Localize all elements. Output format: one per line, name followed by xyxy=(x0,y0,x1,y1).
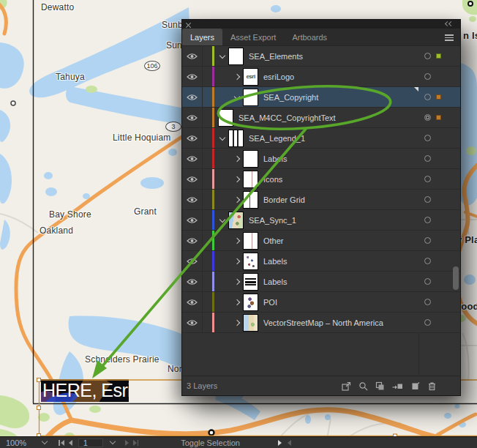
target-circle-icon[interactable] xyxy=(424,217,431,223)
layer-thumbnail[interactable] xyxy=(243,232,258,250)
layer-name[interactable]: Labels xyxy=(263,154,287,163)
visibility-toggle[interactable] xyxy=(182,231,203,250)
target-circle-icon[interactable] xyxy=(424,196,431,203)
layer-thumbnail[interactable] xyxy=(243,294,258,311)
layer-name[interactable]: SEA_M4CC_CopyrightText xyxy=(238,113,336,122)
chevron-right-icon[interactable] xyxy=(234,237,240,243)
layer-row-icons[interactable]: Icons xyxy=(182,169,460,190)
visibility-toggle[interactable] xyxy=(182,190,203,209)
visibility-toggle[interactable] xyxy=(182,128,203,148)
layer-row-sea-copyright[interactable]: SEA_Copyright xyxy=(182,87,460,108)
delete-selection-icon[interactable] xyxy=(427,381,437,391)
layer-thumbnail[interactable] xyxy=(243,273,258,291)
layer-name[interactable]: SEA_Copyright xyxy=(263,93,318,102)
target-circle-icon[interactable] xyxy=(424,73,431,80)
layer-row-border-grid[interactable]: Border Grid xyxy=(182,190,460,210)
layer-row-sea-m4cc-copyrighttext[interactable]: SEA_M4CC_CopyrightText xyxy=(182,108,460,128)
layer-thumbnail[interactable]: esri xyxy=(243,68,258,86)
visibility-toggle[interactable] xyxy=(182,292,203,312)
chevron-right-icon[interactable] xyxy=(234,299,240,305)
layer-thumbnail[interactable] xyxy=(228,48,244,65)
layer-name[interactable]: SEA_Sync_1 xyxy=(249,216,296,225)
locate-object-icon[interactable] xyxy=(358,381,368,391)
chevron-down-icon[interactable] xyxy=(219,52,225,58)
chevron-right-icon[interactable] xyxy=(234,258,240,264)
chevron-right-icon[interactable] xyxy=(234,278,240,284)
layer-row-vectorstreetmap[interactable]: VectorStreetMap – North America xyxy=(182,313,460,333)
layer-thumbnail[interactable] xyxy=(228,212,244,229)
visibility-toggle[interactable] xyxy=(182,149,203,168)
chevron-down-icon[interactable] xyxy=(219,134,225,140)
layer-thumbnail[interactable] xyxy=(243,314,258,332)
target-circle-icon[interactable] xyxy=(424,237,431,244)
layer-row-esrilogo[interactable]: esri esriLogo xyxy=(182,67,460,87)
status-bar-mode-label[interactable]: Toggle Selection xyxy=(181,438,240,447)
close-icon[interactable] xyxy=(186,22,191,27)
clipping-mask-icon[interactable] xyxy=(375,381,385,391)
visibility-toggle[interactable] xyxy=(182,251,203,271)
layer-row-sea-legend[interactable]: SEA_Legend_1 xyxy=(182,128,460,149)
target-circle-icon[interactable] xyxy=(424,94,431,100)
visibility-toggle[interactable] xyxy=(182,272,203,291)
layer-row-sea-elements[interactable]: SEA_Elements xyxy=(182,46,460,67)
layer-name[interactable]: VectorStreetMap – North America xyxy=(263,318,383,327)
visibility-toggle[interactable] xyxy=(182,210,203,230)
panel-header[interactable] xyxy=(182,20,460,29)
layer-thumbnail[interactable] xyxy=(243,150,258,168)
visibility-toggle[interactable] xyxy=(182,46,203,66)
layer-name[interactable]: Other xyxy=(263,236,284,245)
target-circle-icon[interactable] xyxy=(424,278,431,285)
target-circle-icon[interactable] xyxy=(424,319,431,326)
layer-name[interactable]: SEA_Elements xyxy=(249,52,303,61)
layer-thumbnail[interactable] xyxy=(243,191,258,209)
layer-name[interactable]: esriLogo xyxy=(263,72,294,81)
layer-name[interactable]: SEA_Legend_1 xyxy=(249,134,305,143)
target-circle-icon[interactable] xyxy=(424,114,431,121)
chevron-down-icon[interactable] xyxy=(219,216,225,222)
zoom-level[interactable]: 100% xyxy=(6,438,26,447)
zoom-dropdown-chevron-icon[interactable] xyxy=(42,438,48,444)
layer-thumbnail[interactable] xyxy=(243,171,258,188)
target-circle-icon[interactable] xyxy=(424,53,431,59)
tab-layers[interactable]: Layers xyxy=(182,29,222,45)
target-circle-icon[interactable] xyxy=(424,135,431,141)
layer-name[interactable]: POI xyxy=(263,298,277,307)
artboard-dropdown-chevron-icon[interactable] xyxy=(109,438,115,444)
chevron-down-icon[interactable] xyxy=(234,93,240,99)
tab-asset-export[interactable]: Asset Export xyxy=(222,29,284,45)
target-circle-icon[interactable] xyxy=(424,299,431,305)
chevron-right-icon[interactable] xyxy=(234,196,240,202)
collapse-panel-icon[interactable] xyxy=(446,22,454,27)
layer-thumbnail[interactable] xyxy=(243,89,258,106)
layer-name[interactable]: Labels xyxy=(263,257,287,266)
chevron-right-icon[interactable] xyxy=(234,176,240,182)
new-sublayer-icon[interactable] xyxy=(392,381,403,391)
previous-artboard-button[interactable] xyxy=(69,440,72,446)
visibility-toggle[interactable] xyxy=(182,108,203,127)
collect-for-export-icon[interactable] xyxy=(342,381,351,391)
panel-menu-icon[interactable] xyxy=(445,34,454,41)
layer-row-other[interactable]: Other xyxy=(182,231,460,251)
layer-row-labels-3[interactable]: Labels xyxy=(182,272,460,292)
chevron-right-icon[interactable] xyxy=(234,319,240,325)
chevron-right-icon[interactable] xyxy=(234,155,240,161)
visibility-toggle[interactable] xyxy=(182,313,203,332)
target-circle-icon[interactable] xyxy=(424,176,431,182)
layer-row-sea-sync[interactable]: SEA_Sync_1 xyxy=(182,210,460,231)
back-arrow-button[interactable] xyxy=(288,440,291,446)
layer-row-labels-2[interactable]: Labels xyxy=(182,251,460,272)
layer-thumbnail[interactable] xyxy=(218,109,233,127)
layer-row-poi[interactable]: POI xyxy=(182,292,460,313)
play-button[interactable] xyxy=(278,438,282,447)
layer-name[interactable]: Border Grid xyxy=(263,195,305,204)
visibility-toggle[interactable] xyxy=(182,169,203,189)
chevron-right-icon[interactable] xyxy=(234,73,240,79)
layer-thumbnail[interactable] xyxy=(228,130,244,147)
target-circle-icon[interactable] xyxy=(424,258,431,264)
layer-row-labels[interactable]: Labels xyxy=(182,149,460,169)
tab-artboards[interactable]: Artboards xyxy=(284,29,335,45)
layer-name[interactable]: Icons xyxy=(263,175,282,184)
layer-name[interactable]: Labels xyxy=(263,277,287,286)
visibility-toggle[interactable] xyxy=(182,67,203,86)
target-circle-icon[interactable] xyxy=(424,155,431,162)
